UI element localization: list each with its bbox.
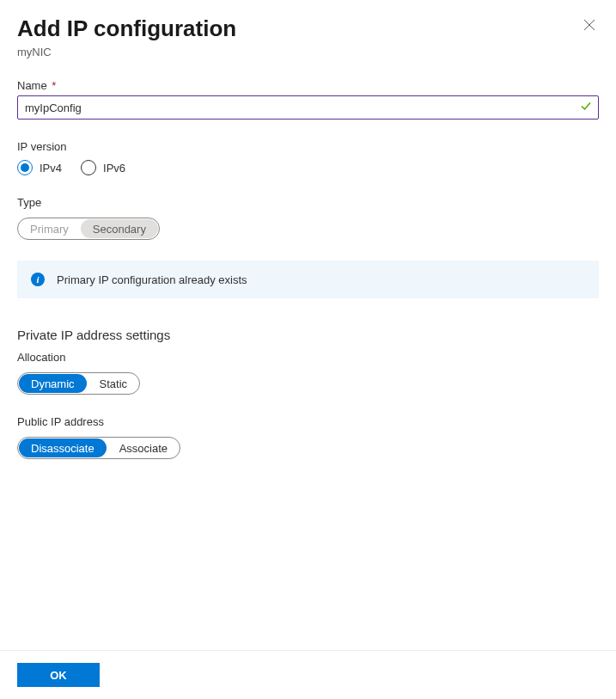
type-toggle: Primary Secondary [17, 218, 160, 240]
ok-button[interactable]: OK [17, 663, 100, 687]
allocation-dynamic-option[interactable]: Dynamic [19, 374, 87, 393]
allocation-label: Allocation [17, 351, 599, 364]
info-banner: i Primary IP configuration already exist… [17, 261, 599, 298]
type-secondary-option: Secondary [81, 219, 158, 238]
panel-subtitle: myNIC [17, 46, 236, 58]
name-input[interactable] [17, 95, 599, 120]
name-label: Name * [17, 79, 599, 92]
required-indicator: * [52, 79, 56, 92]
ipv6-label: IPv6 [103, 162, 125, 175]
radio-icon [17, 160, 33, 175]
public-ip-label: Public IP address [17, 415, 599, 428]
public-ip-disassociate-option[interactable]: Disassociate [19, 438, 107, 457]
type-primary-option: Primary [18, 218, 81, 239]
close-icon [583, 19, 595, 31]
type-label: Type [17, 196, 599, 209]
ipv4-radio[interactable]: IPv4 [17, 160, 62, 175]
allocation-static-option[interactable]: Static [88, 373, 140, 394]
panel-title: Add IP configuration [17, 15, 236, 42]
private-ip-section-title: Private IP address settings [17, 328, 599, 342]
info-icon: i [31, 273, 45, 286]
public-ip-toggle[interactable]: Disassociate Associate [17, 437, 180, 459]
ip-version-label: IP version [17, 140, 599, 153]
radio-icon [81, 160, 96, 175]
allocation-toggle[interactable]: Dynamic Static [17, 372, 140, 395]
ipv4-label: IPv4 [40, 162, 62, 175]
close-button[interactable] [580, 15, 599, 37]
public-ip-associate-option[interactable]: Associate [107, 438, 180, 458]
check-icon [580, 101, 592, 115]
ipv6-radio[interactable]: IPv6 [81, 160, 125, 175]
info-message: Primary IP configuration already exists [57, 273, 247, 286]
name-label-text: Name [17, 79, 47, 92]
